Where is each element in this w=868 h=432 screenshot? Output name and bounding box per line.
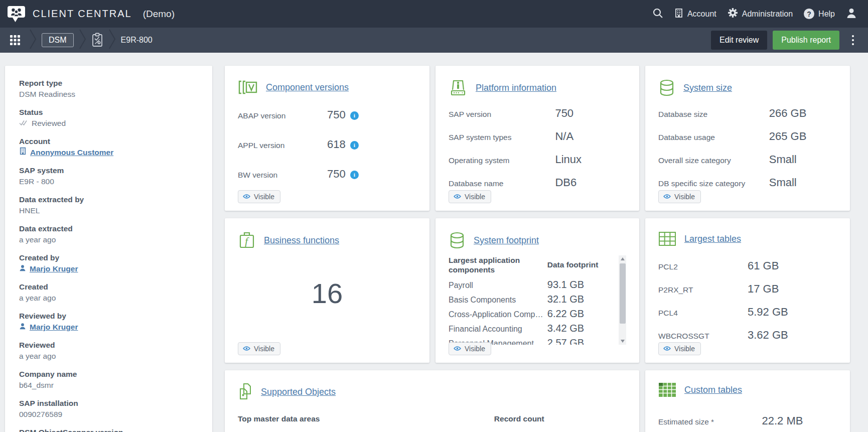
overflow-menu-button[interactable]	[850, 33, 856, 47]
edit-review-button[interactable]: Edit review	[711, 31, 767, 50]
row-value: N/A	[555, 129, 573, 144]
field-data-extracted-by: Data extracted by HNEL	[19, 194, 198, 216]
field-data-extracted: Data extracted a year ago	[19, 223, 198, 245]
row-label: Payroll	[449, 281, 547, 290]
row-label: DB specific size category	[658, 176, 769, 191]
info-icon[interactable]: i	[350, 111, 359, 120]
field-label: SAP installation	[19, 398, 198, 409]
table-row: Basis Components 32.1 GB	[449, 294, 613, 308]
nav-help[interactable]: ? Help	[804, 9, 835, 19]
field-sap-installation: SAP installation 0090276589	[19, 398, 198, 420]
nav-help-label: Help	[818, 10, 835, 19]
info-icon[interactable]: i	[350, 141, 359, 150]
visibility-toggle[interactable]: Visible	[238, 190, 280, 203]
card-row: APPL version 618 i	[238, 136, 416, 154]
app-brand[interactable]: CLIENT CENTRAL (Demo)	[7, 5, 175, 23]
row-label: WBCROSSGT	[658, 329, 748, 344]
row-label: ABAP version	[238, 108, 327, 124]
system-size-link[interactable]: System size	[683, 83, 732, 93]
field-created: Created a year ago	[19, 281, 198, 304]
building-icon	[674, 8, 683, 20]
custom-tables-link[interactable]: Custom tables	[684, 385, 742, 395]
field-status: Status Reviewed	[19, 107, 198, 129]
visibility-toggle[interactable]: Visible	[658, 342, 701, 355]
report-metadata-sidebar: Report type DSM Readiness Status Reviewe…	[5, 66, 212, 432]
component-versions-link[interactable]: Component versions	[266, 82, 349, 93]
field-reviewed-by: Reviewed by Marjo Kruger	[19, 311, 198, 333]
supported-objects-table: Top master data areas Record count ERP-H…	[238, 414, 626, 432]
user-menu[interactable]	[846, 8, 857, 21]
nav-administration[interactable]: Administration	[728, 8, 793, 20]
row-value: 618	[327, 136, 346, 153]
business-functions-count: 16	[238, 249, 416, 350]
app-mode-label: (Demo)	[143, 9, 175, 20]
field-label: Company name	[19, 369, 198, 380]
platform-information-icon	[449, 79, 468, 97]
platform-information-link[interactable]: Platform information	[476, 83, 556, 93]
apps-grid-icon[interactable]	[6, 31, 24, 49]
card-system-footprint: System footprint Largest application com…	[436, 218, 639, 363]
footprint-table: Largest application components Data foot…	[449, 255, 626, 345]
field-sap-system: SAP system E9R - 800	[19, 165, 198, 187]
search-button[interactable]	[652, 8, 663, 21]
field-label: SAP system	[19, 165, 198, 176]
row-value: 93.1 GB	[547, 279, 584, 291]
field-value: a year ago	[19, 234, 198, 245]
field-label: Created	[19, 281, 198, 293]
system-size-icon	[658, 79, 675, 97]
scroll-up-arrow[interactable]	[619, 255, 626, 262]
double-check-icon	[19, 118, 28, 129]
eye-icon	[454, 345, 461, 353]
row-value: Linux	[555, 152, 582, 167]
card-row: SAP system types N/A	[449, 129, 626, 145]
info-icon[interactable]: i	[350, 171, 359, 179]
custom-tables-icon	[658, 382, 676, 397]
supported-objects-col1-header: Top master data areas	[238, 414, 494, 423]
nav-account[interactable]: Account	[674, 8, 716, 20]
card-system-size: System size Database size 266 GB Databas…	[645, 66, 850, 211]
scrollbar-thumb[interactable]	[620, 263, 626, 324]
row-label: P2RX_RT	[658, 282, 748, 298]
supported-objects-link[interactable]: Supported Objects	[261, 387, 336, 397]
eye-icon	[243, 193, 250, 201]
visibility-toggle[interactable]: Visible	[658, 190, 701, 203]
created-by-link[interactable]: Marjo Kruger	[19, 263, 78, 274]
system-footprint-icon	[449, 231, 466, 249]
visibility-toggle[interactable]: Visible	[449, 190, 491, 203]
card-row: Database name DB6	[449, 175, 626, 191]
field-value: 0090276589	[19, 409, 198, 420]
breadcrumb-bar: DSM E9R-800 Edit review Publish report	[0, 28, 868, 53]
row-value: 265 GB	[769, 129, 807, 144]
breadcrumb-module[interactable]: DSM	[42, 33, 74, 47]
client-central-logo-icon	[7, 5, 26, 23]
row-label: PCL4	[658, 306, 748, 321]
scrollbar[interactable]	[619, 255, 626, 345]
system-footprint-link[interactable]: System footprint	[474, 235, 539, 246]
building-icon	[19, 147, 27, 158]
app-title: CLIENT CENTRAL	[33, 8, 132, 20]
visibility-toggle[interactable]: Visible	[238, 342, 280, 355]
field-label: Report type	[19, 78, 198, 89]
report-clipboard-icon[interactable]	[91, 33, 103, 48]
card-row: BW version 750 i	[238, 166, 416, 183]
footprint-col2-header: Data footprint	[547, 260, 599, 269]
row-value: 750	[327, 107, 346, 123]
field-label: Data extracted	[19, 223, 198, 234]
row-label: Operating system	[449, 153, 555, 168]
help-icon: ?	[804, 9, 814, 19]
account-link[interactable]: Anonymous Customer	[19, 147, 113, 158]
row-value: 17 GB	[748, 281, 779, 297]
row-value: 3.62 GB	[748, 328, 788, 343]
row-value: 2.57 GB	[547, 337, 584, 345]
card-largest-tables: Largest tables PCL2 61 GB P2RX_RT 17 GB …	[645, 218, 850, 363]
largest-tables-link[interactable]: Largest tables	[684, 234, 741, 244]
reviewed-by-link[interactable]: Marjo Kruger	[19, 322, 78, 333]
nav-administration-label: Administration	[742, 10, 793, 19]
visibility-toggle[interactable]: Visible	[449, 342, 491, 355]
business-functions-link[interactable]: Business functions	[264, 235, 339, 246]
visibility-label: Visible	[674, 345, 695, 353]
publish-report-button[interactable]: Publish report	[773, 31, 839, 50]
field-label: Reviewed	[19, 340, 198, 351]
table-row: Cross-Application Comp… 6.22 GB	[449, 308, 613, 323]
scroll-down-arrow[interactable]	[619, 338, 626, 345]
